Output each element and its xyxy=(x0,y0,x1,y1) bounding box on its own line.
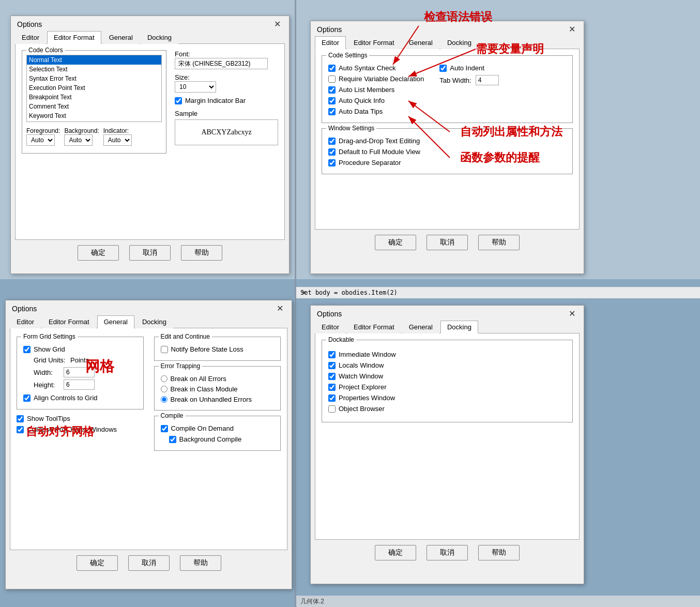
properties-window[interactable] xyxy=(328,394,336,402)
tab3-docking[interactable]: Docking xyxy=(135,315,173,328)
background-compile[interactable] xyxy=(169,436,176,443)
dialog-editor-settings: Options ✕ Editor Editor Format General D… xyxy=(310,21,584,274)
auto-quick-info[interactable] xyxy=(328,97,336,104)
object-browser-label: Object Browser xyxy=(339,405,385,413)
dialog2-close[interactable]: ✕ xyxy=(567,25,577,34)
require-variable-decl[interactable] xyxy=(328,75,336,83)
dialog4-help[interactable]: 帮助 xyxy=(478,545,520,560)
break-unhandled-label: Break on Unhandled Errors xyxy=(171,396,252,403)
align-controls-label: Align Controls to Grid xyxy=(34,394,98,402)
dialog1-help[interactable]: 帮助 xyxy=(181,245,222,261)
dialog3-ok[interactable]: 确定 xyxy=(77,555,118,571)
tab2-docking[interactable]: Docking xyxy=(440,36,478,49)
compile-on-demand-label: Compile On Demand xyxy=(171,424,234,432)
dialog2-ok[interactable]: 确定 xyxy=(375,235,416,250)
tab4-general[interactable]: General xyxy=(402,321,439,333)
dialog1-tabs: Editor Editor Format General Docking xyxy=(11,31,289,43)
collapse-proj[interactable] xyxy=(17,426,24,433)
auto-data-tips[interactable] xyxy=(328,108,336,115)
dialog1-buttons: 确定 取消 帮助 xyxy=(11,240,289,266)
code-settings-label: Code Settings xyxy=(326,52,369,59)
auto-indent[interactable] xyxy=(439,65,447,72)
auto-list-members[interactable] xyxy=(328,86,336,94)
dialog1-close[interactable]: ✕ xyxy=(272,20,283,28)
fg-select[interactable]: Auto xyxy=(26,134,55,146)
default-full-module[interactable] xyxy=(328,148,336,156)
dialog2-cancel[interactable]: 取消 xyxy=(427,235,468,250)
list-item[interactable]: Execution Point Text xyxy=(27,83,161,93)
dialog4-cancel[interactable]: 取消 xyxy=(427,545,468,560)
tab3-editor-format[interactable]: Editor Format xyxy=(42,315,96,328)
break-class-module-radio[interactable] xyxy=(161,386,168,392)
locals-window-label: Locals Window xyxy=(339,361,384,369)
list-item[interactable]: Normal Text xyxy=(27,55,161,65)
margin-indicator-check[interactable] xyxy=(175,97,182,104)
dockable-label: Dockable xyxy=(326,336,356,343)
size-select[interactable]: 10 xyxy=(175,81,216,93)
compile-on-demand[interactable] xyxy=(161,425,168,432)
show-tooltips[interactable] xyxy=(17,415,24,422)
auto-syntax-label: Auto Syntax Check xyxy=(339,64,396,72)
tab4-editor[interactable]: Editor xyxy=(315,321,346,333)
list-item[interactable]: Comment Text xyxy=(27,102,161,111)
tab2-editor-format[interactable]: Editor Format xyxy=(347,36,401,49)
dialog1-cancel[interactable]: 取消 xyxy=(129,245,171,261)
project-explorer[interactable] xyxy=(328,384,336,391)
tab4-editor-format[interactable]: Editor Format xyxy=(347,321,401,333)
auto-syntax-check[interactable] xyxy=(328,65,336,72)
code-colors-list[interactable]: Normal Text Selection Text Syntax Error … xyxy=(26,55,162,122)
break-all-errors-radio[interactable] xyxy=(161,375,168,382)
dialog4-close[interactable]: ✕ xyxy=(567,310,577,318)
list-item[interactable]: Keyword Text xyxy=(27,111,161,120)
break-unhandled-radio[interactable] xyxy=(161,396,168,403)
align-controls[interactable] xyxy=(23,394,31,402)
background-compile-label: Background Compile xyxy=(179,435,242,443)
height-input[interactable] xyxy=(64,380,95,390)
font-input[interactable]: 宋体 (CHINESE_GB2312) xyxy=(175,58,268,69)
width-input[interactable] xyxy=(64,367,95,377)
ind-select[interactable]: Auto xyxy=(103,134,132,146)
form-grid-label: Form Grid Settings xyxy=(21,333,78,340)
require-variable-label: Require Variable Declaration xyxy=(339,75,424,83)
drag-drop[interactable] xyxy=(328,138,336,145)
dialog4-buttons: 确定 取消 帮助 xyxy=(311,540,584,566)
fg-label: Foreground: xyxy=(26,127,60,134)
height-label: Height: xyxy=(34,381,59,389)
tab3-editor[interactable]: Editor xyxy=(10,315,41,328)
tab1-general[interactable]: General xyxy=(102,31,140,44)
dialog1-title: Options xyxy=(17,20,42,28)
dialog-general: Options ✕ Editor Editor Format General D… xyxy=(5,300,292,589)
dialog3-help[interactable]: 帮助 xyxy=(180,555,221,571)
tab3-general[interactable]: General xyxy=(97,315,134,328)
tab2-editor[interactable]: Editor xyxy=(315,36,346,49)
list-item[interactable]: Breakpoint Text xyxy=(27,93,161,102)
show-tooltips-label: Show ToolTips xyxy=(27,415,70,422)
close-icon-strip[interactable]: × xyxy=(302,289,306,297)
tab1-editor[interactable]: Editor xyxy=(15,31,46,44)
sample-label: Sample xyxy=(175,110,278,117)
watch-window[interactable] xyxy=(328,373,336,380)
auto-data-label: Auto Data Tips xyxy=(339,108,383,115)
tab2-general[interactable]: General xyxy=(402,36,439,49)
object-browser[interactable] xyxy=(328,405,336,413)
list-item[interactable]: Syntax Error Text xyxy=(27,74,161,83)
tab1-docking[interactable]: Docking xyxy=(141,31,178,44)
locals-window[interactable] xyxy=(328,362,336,369)
procedure-separator[interactable] xyxy=(328,159,336,166)
dialog2-help[interactable]: 帮助 xyxy=(478,235,520,250)
tab1-editor-format[interactable]: Editor Format xyxy=(47,31,101,44)
list-item[interactable]: Selection Text xyxy=(27,65,161,74)
bg-select[interactable]: Auto xyxy=(64,134,93,146)
immediate-window[interactable] xyxy=(328,351,336,358)
font-label: Font: xyxy=(175,50,278,58)
dialog4-ok[interactable]: 确定 xyxy=(375,545,416,560)
dialog1-ok[interactable]: 确定 xyxy=(78,245,119,261)
window-settings-label: Window Settings xyxy=(326,125,376,132)
tab-width-input[interactable] xyxy=(476,75,499,85)
notify-state-loss[interactable] xyxy=(161,346,168,353)
code-colors-label: Code Colors xyxy=(26,47,65,54)
dialog3-cancel[interactable]: 取消 xyxy=(128,555,170,571)
show-grid[interactable] xyxy=(23,346,31,353)
tab4-docking[interactable]: Docking xyxy=(440,321,478,333)
dialog3-close[interactable]: ✕ xyxy=(275,305,285,313)
